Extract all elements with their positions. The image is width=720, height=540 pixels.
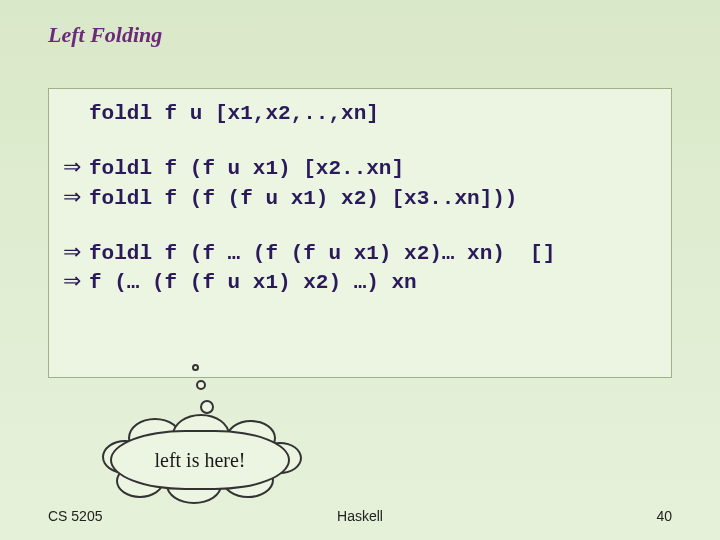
slide-title: Left Folding	[48, 22, 162, 48]
code-line-1: foldl f u [x1,x2,..,xn]	[63, 101, 657, 127]
code-line-4: ⇒foldl f (f … (f (f u x1) x2)… xn) []	[63, 238, 657, 267]
code-text: foldl f u [x1,x2,..,xn]	[89, 102, 379, 125]
footer-topic: Haskell	[337, 508, 383, 524]
code-text: foldl f (f (f u x1) x2) [x3..xn]))	[89, 187, 517, 210]
implies-icon: ⇒	[63, 238, 89, 266]
implies-icon: ⇒	[63, 183, 89, 211]
callout-text: left is here!	[110, 420, 290, 500]
thought-bubble-tail-icon	[192, 364, 199, 371]
code-line-5: ⇒f (… (f (f u x1) x2) …) xn	[63, 267, 657, 296]
code-text: foldl f (f u x1) [x2..xn]	[89, 157, 404, 180]
thought-cloud-icon: left is here!	[110, 420, 300, 500]
code-line-2: ⇒foldl f (f u x1) [x2..xn]	[63, 153, 657, 182]
footer-page-number: 40	[656, 508, 672, 524]
implies-icon: ⇒	[63, 153, 89, 181]
code-line-3: ⇒foldl f (f (f u x1) x2) [x3..xn]))	[63, 183, 657, 212]
code-text: foldl f (f … (f (f u x1) x2)… xn) []	[89, 242, 555, 265]
footer-course-code: CS 5205	[48, 508, 102, 524]
thought-bubble-tail-icon	[200, 400, 214, 414]
code-text: f (… (f (f u x1) x2) …) xn	[89, 271, 417, 294]
implies-icon: ⇒	[63, 267, 89, 295]
thought-bubble-tail-icon	[196, 380, 206, 390]
code-box: foldl f u [x1,x2,..,xn] ⇒foldl f (f u x1…	[48, 88, 672, 378]
